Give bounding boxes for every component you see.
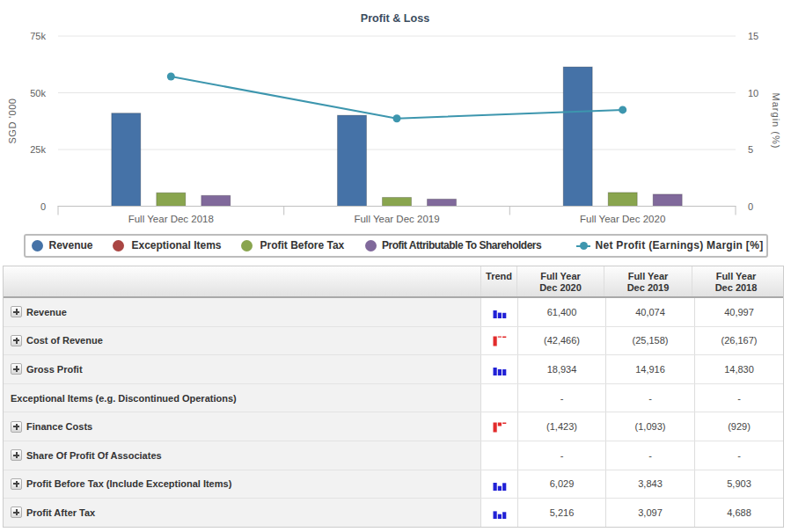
svg-text:Full Year Dec 2019: Full Year Dec 2019	[354, 214, 439, 224]
svg-text:Profit & Loss: Profit & Loss	[361, 12, 429, 25]
svg-text:Full Year Dec 2020: Full Year Dec 2020	[580, 214, 665, 224]
svg-text:Margin (%): Margin (%)	[771, 93, 781, 149]
svg-text:10: 10	[748, 88, 758, 98]
svg-text:25k: 25k	[30, 144, 46, 155]
svg-text:15: 15	[748, 31, 758, 41]
svg-text:0: 0	[748, 201, 753, 212]
svg-text:Full Year Dec 2018: Full Year Dec 2018	[128, 214, 214, 224]
svg-text:50k: 50k	[30, 88, 46, 98]
svg-text:0: 0	[40, 201, 46, 212]
svg-text:SGD '000: SGD '000	[7, 98, 18, 143]
svg-text:75k: 75k	[30, 31, 46, 41]
svg-text:5: 5	[748, 144, 753, 155]
